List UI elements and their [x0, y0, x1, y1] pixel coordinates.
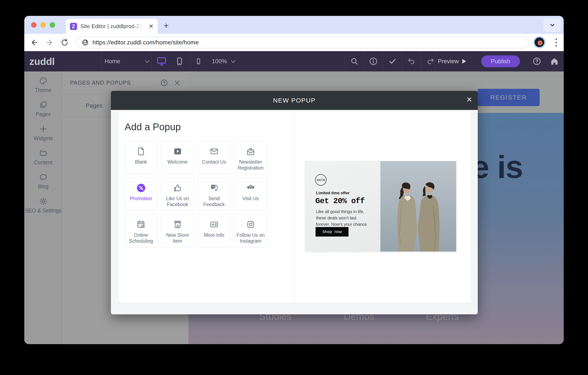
- card-divider: [294, 111, 294, 303]
- tile-label: Send Feedback: [198, 196, 230, 207]
- page-selector-label: Home: [105, 58, 120, 65]
- help-icon[interactable]: [160, 79, 168, 87]
- back-button[interactable]: [29, 38, 39, 47]
- tile-label: Like Us on Facebook: [161, 196, 194, 207]
- popup-preview-card: sale Limited time offer Get 20% off Like…: [305, 161, 456, 252]
- reload-button[interactable]: [60, 38, 70, 47]
- globe-icon: [82, 39, 89, 46]
- new-tab-button[interactable]: +: [164, 21, 168, 30]
- sidebar-item-content[interactable]: Content: [24, 148, 62, 172]
- promo-eyebrow: Limited time offer: [316, 191, 349, 195]
- page-selector-dropdown[interactable]: Home: [105, 51, 149, 71]
- tile-label: Follow Us on Instagram: [234, 232, 267, 244]
- popup-tile-send-feedback[interactable]: Send Feedback: [198, 177, 231, 211]
- publish-button[interactable]: Publish: [481, 55, 520, 67]
- browser-menu-button[interactable]: [552, 37, 560, 48]
- search-button[interactable]: [345, 51, 364, 71]
- editor-toolbar: zuddl Home 100%: [24, 51, 564, 71]
- promo-photo-models: [380, 161, 456, 252]
- info-button[interactable]: [364, 51, 383, 71]
- folder-icon: [39, 149, 48, 157]
- close-panel-icon[interactable]: [174, 79, 181, 87]
- editor-content: Theme Pages Widgets Content Blog: [24, 71, 564, 344]
- window-close-button[interactable]: [31, 22, 37, 28]
- envelope-icon: [209, 146, 219, 156]
- popup-tile-new-store-item[interactable]: New Store Item: [161, 214, 194, 247]
- popup-tile-contact-us[interactable]: Contact Us: [198, 141, 231, 174]
- promo-text-panel: sale Limited time offer Get 20% off Like…: [305, 161, 380, 252]
- window-minimize-button[interactable]: [40, 22, 46, 28]
- zoom-level-label: 100%: [212, 58, 227, 65]
- hero-headline-fragment: e is: [472, 149, 523, 185]
- tile-label: New Store Item: [161, 232, 194, 244]
- home-button[interactable]: [548, 51, 561, 71]
- sidebar-item-label: Widgets: [34, 135, 52, 141]
- url-text: https://editor.zuddl.com/home/site/home: [93, 39, 199, 46]
- forward-button[interactable]: [45, 38, 54, 47]
- popup-tile-online-scheduling[interactable]: Online Scheduling: [125, 214, 157, 247]
- popup-tile-welcome[interactable]: Welcome: [161, 141, 194, 174]
- help-button[interactable]: [529, 51, 545, 71]
- tab-search-chevron-button[interactable]: [543, 18, 561, 32]
- desktop-view-button[interactable]: [155, 51, 168, 71]
- sidebar-item-widgets[interactable]: Widgets: [24, 123, 62, 148]
- popup-tile-follow-us-on-instagram[interactable]: Follow Us on Instagram: [234, 214, 267, 247]
- sidebar-item-pages[interactable]: Pages: [24, 99, 62, 123]
- browser-url-row: https://editor.zuddl.com/home/site/home: [24, 34, 564, 51]
- address-bar[interactable]: https://editor.zuddl.com/home/site/home: [76, 37, 529, 48]
- popup-tile-promotion[interactable]: Promotion: [125, 177, 157, 211]
- tablet-view-button[interactable]: [174, 51, 185, 71]
- sidebar-item-label: Theme: [35, 87, 52, 93]
- sidebar-item-blog[interactable]: Blog: [24, 172, 62, 196]
- tile-label: Contact Us: [201, 159, 228, 165]
- tile-label: Welcome: [166, 159, 189, 165]
- preview-label: Preview: [438, 58, 459, 65]
- tile-label: Blank: [134, 159, 148, 165]
- window-zoom-button[interactable]: [50, 22, 55, 28]
- preview-button[interactable]: Preview: [438, 51, 466, 71]
- register-label: REGISTER: [490, 94, 527, 101]
- register-button[interactable]: REGISTER: [478, 89, 540, 106]
- mobile-view-button[interactable]: [193, 51, 204, 71]
- sidebar-item-label: Blog: [38, 184, 48, 190]
- screen: Z Site Editor | zuddlprod-2151-1 ✕ +: [0, 0, 588, 375]
- popup-tile-blank[interactable]: Blank: [125, 141, 157, 174]
- chat-bubble-icon: [39, 173, 48, 181]
- promotion-badge-icon: [136, 183, 146, 193]
- tile-label: Online Scheduling: [125, 232, 157, 244]
- sidebar-item-label: Pages: [36, 111, 51, 117]
- redo-button[interactable]: [421, 51, 440, 71]
- modal-card: Add a Popup Blank Welcome: [118, 111, 471, 303]
- welcome-play-icon: [173, 146, 182, 156]
- browser-tab[interactable]: Z Site Editor | zuddlprod-2151-1 ✕: [66, 19, 158, 34]
- promo-headline: Get 20% off: [315, 197, 365, 206]
- popup-tile-newsletter-registration[interactable]: Newsletter Registration: [234, 141, 267, 174]
- popup-tile-like-us-on-facebook[interactable]: Like Us on Facebook: [161, 177, 194, 211]
- zoom-level-dropdown[interactable]: 100%: [212, 51, 235, 71]
- shop-now-button[interactable]: Shop now: [315, 227, 348, 237]
- sidebar-item-theme[interactable]: Theme: [24, 75, 62, 99]
- publish-label: Publish: [491, 58, 510, 65]
- sidebar-item-label: SEO & Settings: [25, 208, 62, 214]
- tab-close-icon[interactable]: ✕: [149, 23, 154, 29]
- plus-icon: [39, 125, 48, 133]
- feedback-bubbles-icon: [209, 183, 219, 193]
- sidebar-item-label: Content: [34, 159, 52, 165]
- popup-tile-visit-us[interactable]: Visit Us: [234, 177, 267, 211]
- browser-profile-avatar[interactable]: [533, 36, 546, 48]
- editor-sidebar: Theme Pages Widgets Content Blog: [24, 71, 62, 344]
- panel-title: PAGES AND POPUPS: [70, 79, 131, 86]
- undo-button[interactable]: [402, 51, 421, 71]
- zuddl-logo: zuddl: [29, 56, 55, 67]
- calendar-check-icon: [136, 220, 146, 229]
- modal-close-icon[interactable]: ✕: [466, 96, 472, 103]
- save-check-button[interactable]: [383, 51, 402, 71]
- sidebar-item-seo-settings[interactable]: SEO & Settings: [24, 196, 62, 220]
- popup-tile-more-info[interactable]: More Info: [198, 214, 231, 247]
- tab-title: Site Editor | zuddlprod-2151-1: [81, 23, 144, 30]
- map-pins-icon: [246, 183, 256, 193]
- popup-template-grid: Blank Welcome Contact Us: [125, 141, 268, 247]
- play-icon: [462, 59, 466, 64]
- new-popup-modal: NEW POPUP ✕ Add a Popup Blank: [111, 91, 478, 314]
- chevron-down-icon: [549, 22, 556, 28]
